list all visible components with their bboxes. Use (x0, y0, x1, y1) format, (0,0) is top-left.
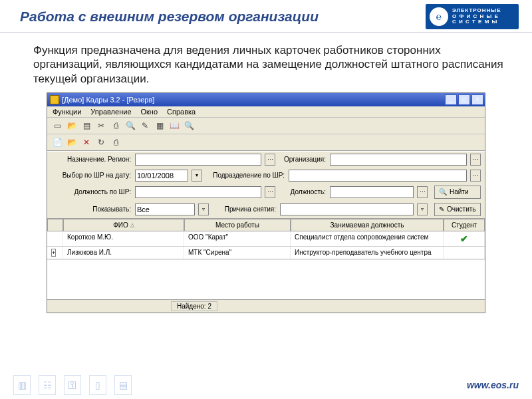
new-icon[interactable]: ▭ (51, 120, 63, 132)
brand-glyph-icon: ℮ (430, 7, 448, 26)
find-button[interactable]: 🔍 Найти (434, 186, 481, 199)
menubar: Функции Управление Окно Справка (47, 106, 485, 118)
toolbar-secondary: 📄 📂 ✕ ↻ ⎙ (47, 134, 485, 151)
empty-rows (47, 259, 485, 299)
app-icon (50, 95, 59, 104)
label-post: Должность: (279, 188, 326, 196)
org-input[interactable] (330, 154, 467, 166)
label-dept: Подразделение по ШР: (211, 172, 285, 179)
th-fio[interactable]: ФИО △ (63, 219, 184, 231)
print-icon[interactable]: ⎙ (110, 120, 122, 132)
check-icon: ✔ (448, 233, 480, 244)
cell-post: Инструктор-преподаватель учебного центра (291, 247, 444, 259)
cell-student: ✔ (444, 231, 485, 246)
print2-icon[interactable]: ⎙ (110, 136, 122, 148)
edit-icon[interactable]: ✎ (139, 120, 151, 132)
doc-new-icon[interactable]: 📄 (51, 136, 63, 148)
cell-place: МТК "Сирена" (184, 247, 291, 259)
post-shr-lookup-button[interactable]: ⋯ (265, 186, 275, 198)
slide-title: Работа с внешним резервом организации (20, 9, 426, 24)
footer-icons: ▥ ☷ ⚿ ▯ ▤ (13, 375, 132, 395)
th-expand[interactable] (47, 219, 63, 231)
zoom-icon[interactable]: 🔍 (183, 120, 195, 132)
table-row[interactable]: + Лизюкова И.Л. МТК "Сирена" Инструктор-… (47, 247, 485, 259)
label-show: Показывать: (51, 205, 131, 213)
status-found: Найдено: 2 (171, 301, 217, 311)
cut-icon[interactable]: ✂ (95, 120, 107, 132)
row-expand-cell: + (47, 247, 63, 259)
delete-icon[interactable]: ✕ (80, 136, 92, 148)
show-select[interactable]: Все (135, 203, 195, 215)
window-controls: _ □ × (445, 94, 483, 105)
card-icon[interactable]: ▤ (80, 120, 92, 132)
doc-open-icon[interactable]: 📂 (66, 136, 78, 148)
label-post-shr: Должность по ШР: (51, 188, 131, 196)
footer-chart-icon: ☷ (39, 375, 56, 395)
menu-help[interactable]: Справка (167, 108, 196, 116)
menu-functions[interactable]: Функции (53, 108, 81, 116)
grid-icon[interactable]: ▦ (154, 120, 166, 132)
results-table: ФИО △ Место работы Занимаемая должность … (47, 219, 485, 299)
refresh-icon[interactable]: ↻ (95, 136, 107, 148)
sort-asc-icon: △ (130, 222, 134, 228)
label-date: Выбор по ШР на дату: (51, 172, 131, 179)
region-input[interactable] (135, 154, 261, 166)
reason-dropdown-button[interactable]: ▿ (417, 203, 428, 215)
menu-manage[interactable]: Управление (90, 108, 131, 116)
clear-icon: ✎ (439, 205, 444, 213)
book-icon[interactable]: 📖 (168, 120, 180, 132)
restore-button[interactable]: □ (458, 94, 470, 105)
post-lookup-button[interactable]: ⋯ (417, 186, 428, 198)
date-input[interactable]: 10/01/2008 (135, 170, 188, 182)
post-input[interactable] (330, 186, 414, 198)
statusbar: Найдено: 2 (47, 299, 485, 313)
find-icon[interactable]: 🔍 (124, 120, 136, 132)
footer-server-icon: ▤ (114, 375, 132, 395)
footer-key-icon: ⚿ (64, 375, 81, 395)
cell-place: ООО "Карат" (184, 231, 291, 246)
titlebar[interactable]: [Демо] Кадры 3.2 - [Резерв] _ □ × (47, 93, 485, 106)
label-reason: Причина снятия: (213, 205, 276, 213)
cell-post: Специалист отдела сопровождения систем (291, 231, 444, 246)
dept-lookup-button[interactable]: ⋯ (470, 170, 481, 182)
dept-input[interactable] (289, 170, 467, 182)
slide-header: Работа с внешним резервом организации ℮ … (0, 0, 532, 33)
th-place[interactable]: Место работы (184, 219, 291, 231)
app-window: [Демо] Кадры 3.2 - [Резерв] _ □ × Функци… (47, 92, 485, 313)
menu-window[interactable]: Окно (141, 108, 158, 116)
clear-button[interactable]: ✎ Очистить (434, 203, 481, 216)
label-org: Организация: (279, 156, 326, 163)
cell-student (444, 247, 485, 259)
date-dropdown-button[interactable]: ▾ (192, 170, 202, 182)
search-icon: 🔍 (439, 188, 447, 196)
table-header: ФИО △ Место работы Занимаемая должность … (47, 219, 485, 231)
footer-url: www.eos.ru (467, 380, 519, 390)
org-lookup-button[interactable]: ⋯ (470, 154, 481, 166)
region-lookup-button[interactable]: ⋯ (265, 154, 275, 166)
filter-form: Назначение. Регион: ⋯ Организация: ⋯ Выб… (47, 151, 485, 219)
table-row[interactable]: Коротков М.Ю. ООО "Карат" Специалист отд… (47, 231, 485, 247)
row-expand-cell (47, 231, 63, 246)
show-dropdown-button[interactable]: ▿ (198, 203, 209, 215)
post-shr-input[interactable] (135, 186, 261, 198)
intro-text: Функция предназначена для ведения личных… (0, 33, 532, 92)
slide-footer: ▥ ☷ ⚿ ▯ ▤ www.eos.ru (0, 375, 532, 395)
footer-building-icon: ▥ (13, 375, 31, 395)
th-student[interactable]: Студент (444, 219, 485, 231)
cell-fio: Лизюкова И.Л. (63, 247, 184, 259)
close-button[interactable]: × (471, 94, 483, 105)
brand-text: ЭЛЕКТРОННЫЕ О Ф И С Н Ы Е С И С Т Е М Ы (452, 8, 501, 25)
footer-doc-icon: ▯ (89, 375, 106, 395)
th-post[interactable]: Занимаемая должность (291, 219, 444, 231)
toolbar-main: ▭ 📂 ▤ ✂ ⎙ 🔍 ✎ ▦ 📖 🔍 (47, 118, 485, 134)
expand-button[interactable]: + (51, 249, 56, 257)
reason-input[interactable] (280, 203, 414, 215)
cell-fio: Коротков М.Ю. (63, 231, 184, 246)
window-title: [Демо] Кадры 3.2 - [Резерв] (62, 96, 154, 104)
label-region: Назначение. Регион: (51, 156, 131, 163)
open-icon[interactable]: 📂 (66, 120, 78, 132)
minimize-button[interactable]: _ (445, 94, 457, 105)
brand-logo: ℮ ЭЛЕКТРОННЫЕ О Ф И С Н Ы Е С И С Т Е М … (426, 4, 519, 29)
